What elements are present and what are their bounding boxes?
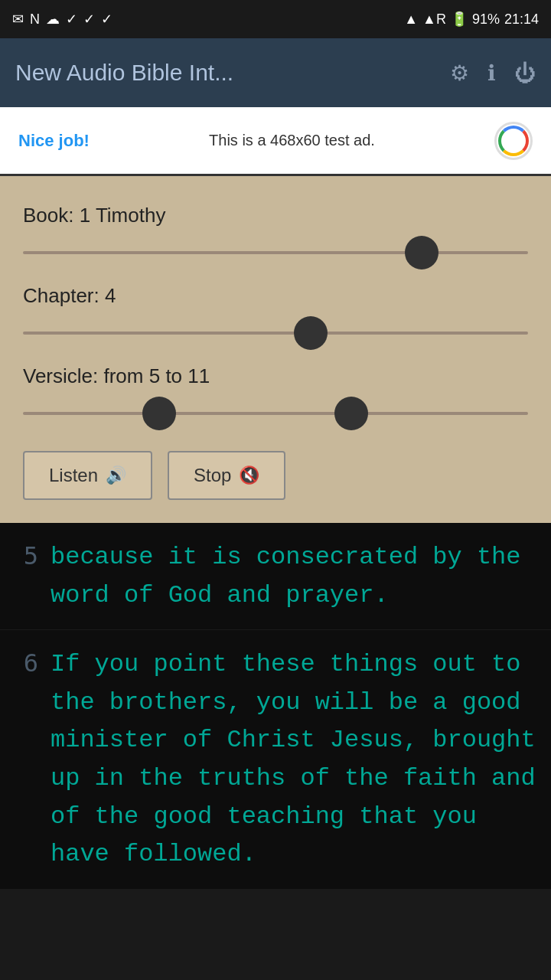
battery-icon: 🔋 — [451, 11, 468, 28]
info-icon[interactable]: ℹ — [487, 60, 496, 86]
stop-button[interactable]: Stop — [168, 451, 285, 500]
controls-area: Book: 1 Timothy Chapter: 4 Versicle: fro… — [0, 176, 551, 523]
stop-label: Stop — [194, 465, 231, 486]
header-icons: ⚙ ℹ ⏻ — [450, 60, 536, 86]
verse-6-text: If you point these things out to the bro… — [51, 645, 539, 874]
listen-button[interactable]: Listen — [23, 451, 152, 500]
versicle-slider-track — [23, 412, 528, 415]
bible-text-area: 5 because it is consecrated by the word … — [0, 523, 551, 890]
settings-icon[interactable]: ⚙ — [450, 60, 469, 86]
verse-6-number: 6 — [12, 645, 51, 874]
verse-5-text: because it is consecrated by the word of… — [51, 538, 539, 614]
check1-icon: ✓ — [66, 11, 77, 28]
check3-icon: ✓ — [101, 11, 112, 28]
book-label: Book: 1 Timothy — [23, 204, 528, 227]
versicle-label: Versicle: from 5 to 11 — [23, 364, 528, 388]
time-display: 21:14 — [504, 11, 539, 28]
listen-label: Listen — [49, 465, 98, 486]
book-slider[interactable] — [23, 234, 528, 272]
power-icon[interactable]: ⏻ — [514, 60, 536, 86]
status-left-icons: ✉ N ☁ ✓ ✓ ✓ — [12, 11, 112, 28]
signal-icon: ▲R — [422, 11, 446, 28]
ad-logo-circle — [498, 126, 529, 156]
app-header: New Audio Bible Int... ⚙ ℹ ⏻ — [0, 38, 551, 107]
message-icon: ✉ — [12, 11, 24, 28]
book-slider-track — [23, 251, 528, 254]
cloud-icon: ☁ — [46, 11, 60, 28]
stop-speaker-icon — [239, 466, 259, 485]
table-row: 6 If you point these things out to the b… — [0, 630, 551, 890]
ad-banner: Nice job! This is a 468x60 test ad. — [0, 107, 551, 176]
listen-speaker-icon — [106, 466, 126, 485]
book-slider-thumb[interactable] — [405, 236, 439, 270]
ad-logo — [494, 122, 533, 160]
table-row: 5 because it is consecrated by the word … — [0, 523, 551, 630]
verse-5-number: 5 — [12, 538, 51, 614]
battery-percent: 91% — [472, 11, 500, 28]
versicle-slider[interactable] — [23, 394, 528, 433]
n-icon: N — [30, 11, 40, 28]
chapter-slider-thumb[interactable] — [294, 316, 328, 350]
versicle-slider-thumb-start[interactable] — [142, 397, 176, 430]
chapter-slider[interactable] — [23, 314, 528, 352]
app-title: New Audio Bible Int... — [15, 60, 233, 86]
check2-icon: ✓ — [83, 11, 95, 28]
status-right-info: ▲ ▲R 🔋 91% 21:14 — [404, 11, 539, 28]
ad-text: This is a 468x60 test ad. — [90, 132, 494, 149]
wifi-icon: ▲ — [404, 11, 418, 28]
versicle-slider-thumb-end[interactable] — [334, 397, 368, 430]
ad-nice-job: Nice job! — [18, 131, 90, 151]
control-buttons: Listen Stop — [23, 451, 528, 500]
chapter-label: Chapter: 4 — [23, 284, 528, 308]
chapter-slider-track — [23, 332, 528, 335]
status-bar: ✉ N ☁ ✓ ✓ ✓ ▲ ▲R 🔋 91% 21:14 — [0, 0, 551, 38]
